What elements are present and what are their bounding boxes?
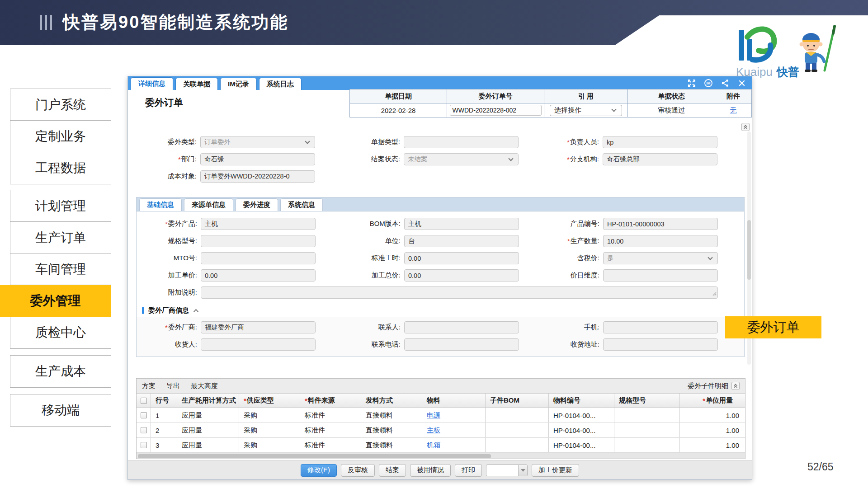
sidebar-item-plan-management[interactable]: 计划管理 — [10, 190, 111, 222]
sidebar-item-production-order[interactable]: 生产订单 — [10, 222, 111, 253]
vertical-scrollbar-thumb[interactable] — [747, 220, 751, 280]
im-chat-icon[interactable]: IM — [704, 79, 713, 88]
delivery-address-input[interactable] — [603, 338, 718, 351]
responsible-person-input[interactable]: kp — [603, 136, 717, 148]
production-qty-input[interactable]: 10.00 — [603, 235, 718, 247]
notes-textarea[interactable] — [201, 286, 718, 299]
material-link[interactable]: 主板 — [427, 426, 440, 435]
subtab-source-doc[interactable]: 来源单信息 — [184, 198, 233, 211]
reference-action-select[interactable]: 选择操作 — [550, 105, 622, 116]
outsourcing-order-window: 详细信息 关联单据 IM记录 系统日志 IM — [127, 76, 752, 480]
chevron-down-icon — [708, 255, 712, 260]
slide: 快普易90智能制造系统功能 Kuaipu — [0, 0, 868, 488]
material-link[interactable]: 机箱 — [427, 441, 440, 450]
tab-detail-info[interactable]: 详细信息 — [131, 77, 173, 90]
subtab-outsource-progress[interactable]: 委外进度 — [236, 198, 278, 211]
sidebar-item-production-cost[interactable]: 生产成本 — [10, 356, 111, 387]
col-doc-status: 单据状态 — [628, 89, 715, 103]
tab-im-record[interactable]: IM记录 — [220, 78, 257, 90]
unapprove-button[interactable]: 反审核 — [341, 464, 375, 477]
horizontal-scrollbar-thumb[interactable] — [138, 454, 491, 458]
row-checkbox[interactable] — [141, 442, 147, 448]
branch-input[interactable]: 奇石缘总部 — [603, 153, 717, 165]
select-all-checkbox[interactable] — [141, 398, 147, 404]
row-checkbox[interactable] — [141, 412, 147, 418]
print-button[interactable]: 打印 — [455, 464, 482, 477]
toolbar-scheme-button[interactable]: 方案 — [142, 382, 156, 390]
subtab-basic-info[interactable]: 基础信息 — [139, 198, 182, 211]
delivery-address-label: 收货地址: — [570, 340, 603, 349]
responsible-person-label: *负责人员: — [567, 138, 603, 146]
process-total-price-input[interactable]: 0.00 — [404, 269, 519, 282]
horizontal-scrollbar[interactable] — [137, 453, 745, 459]
process-price-update-button[interactable]: 加工价更新 — [532, 464, 579, 477]
tax-included-label: 含税价: — [577, 254, 603, 263]
standard-hours-input[interactable]: 0.00 — [404, 252, 519, 264]
vendor-input[interactable]: 福建委外厂商 — [201, 321, 316, 333]
collapse-header-button[interactable] — [741, 123, 750, 131]
outsourcing-order-callout: 委外订单 — [725, 316, 821, 338]
material-link[interactable]: 电源 — [427, 411, 440, 420]
contact-person-input[interactable] — [404, 321, 519, 333]
modify-button[interactable]: 修改(E) — [301, 464, 337, 477]
contact-person-label: 联系人: — [378, 323, 404, 332]
spec-model-input[interactable] — [201, 235, 316, 247]
outsource-type-select[interactable]: 订单委外 — [200, 136, 315, 148]
attachment-link[interactable]: 无 — [730, 106, 737, 115]
department-input[interactable]: 奇石缘 — [200, 153, 315, 165]
col-attachment: 附件 — [715, 89, 752, 103]
sidebar-item-workshop-management[interactable]: 车间管理 — [10, 253, 111, 285]
sidebar-item-portal[interactable]: 门户系统 — [10, 89, 111, 121]
product-code-input[interactable]: HP-0101-00000003 — [603, 218, 718, 230]
tab-system-log[interactable]: 系统日志 — [259, 78, 302, 90]
mto-no-input[interactable] — [201, 252, 316, 264]
sidebar-item-quality-center[interactable]: 质检中心 — [10, 317, 111, 348]
window-controls: IM — [687, 79, 746, 88]
bom-version-input[interactable]: 主机 — [404, 218, 519, 230]
attachment-cell: 无 — [715, 103, 752, 117]
tab-related-documents[interactable]: 关联单据 — [175, 78, 218, 90]
fullscreen-icon[interactable] — [687, 79, 696, 88]
section-bar-icon — [142, 307, 144, 314]
sidebar-item-outsourcing-management[interactable]: 委外管理 — [0, 285, 111, 317]
col-supply-type: *供应类型 — [239, 394, 300, 408]
unit-label: 单位: — [385, 237, 404, 245]
department-label: *部门: — [178, 155, 200, 164]
share-icon[interactable] — [721, 79, 730, 88]
footer-dropdown[interactable] — [486, 465, 528, 476]
sidebar-item-mobile[interactable]: 移动端 — [10, 394, 111, 426]
chevron-up-icon[interactable] — [193, 309, 199, 313]
usage-status-button[interactable]: 被用情况 — [410, 464, 451, 477]
branch-label: *分支机构: — [567, 155, 603, 164]
tax-included-select[interactable]: 是 — [603, 252, 718, 264]
row-checkbox[interactable] — [141, 427, 147, 433]
logo-text-cn: 快普 — [776, 66, 799, 78]
contact-phone-input[interactable] — [404, 338, 519, 351]
collapse-grid-button[interactable] — [731, 382, 740, 390]
sidebar-group-4: 移动端 — [10, 394, 111, 427]
col-order-no: 委外订单号 — [447, 89, 544, 103]
sidebar-item-custom-business[interactable]: 定制业务 — [10, 121, 111, 152]
close-icon[interactable] — [737, 79, 746, 88]
outsource-product-input[interactable]: 主机 — [201, 218, 316, 230]
price-dimension-input[interactable] — [603, 269, 718, 282]
cost-object-input[interactable]: 订单委外WWDD-20220228-0 — [200, 170, 315, 183]
order-no-cell: WWDD-20220228-002 — [447, 103, 544, 117]
order-no-input[interactable]: WWDD-20220228-002 — [450, 105, 542, 116]
receiver-input[interactable] — [201, 338, 316, 351]
unit-input[interactable]: 台 — [404, 235, 519, 247]
sidebar-item-engineering-data[interactable]: 工程数据 — [10, 152, 111, 184]
toolbar-max-height-button[interactable]: 最大高度 — [191, 382, 218, 390]
subtab-system-info[interactable]: 系统信息 — [280, 198, 323, 211]
col-consumption-calc: 生产耗用计算方式 — [177, 394, 239, 408]
close-case-button[interactable]: 结案 — [379, 464, 406, 477]
process-unit-price-input[interactable]: 0.00 — [201, 269, 316, 282]
close-status-select[interactable]: 未结案 — [404, 153, 519, 165]
resize-handle-icon[interactable] — [712, 290, 717, 297]
doc-date-value: 2022-02-28 — [350, 103, 447, 117]
toolbar-export-button[interactable]: 导出 — [166, 382, 180, 390]
page-number: 52/65 — [807, 461, 834, 473]
doc-type-input[interactable] — [404, 136, 519, 148]
mobile-input[interactable] — [603, 321, 718, 333]
col-child-bom: 子件BOM — [486, 394, 549, 408]
